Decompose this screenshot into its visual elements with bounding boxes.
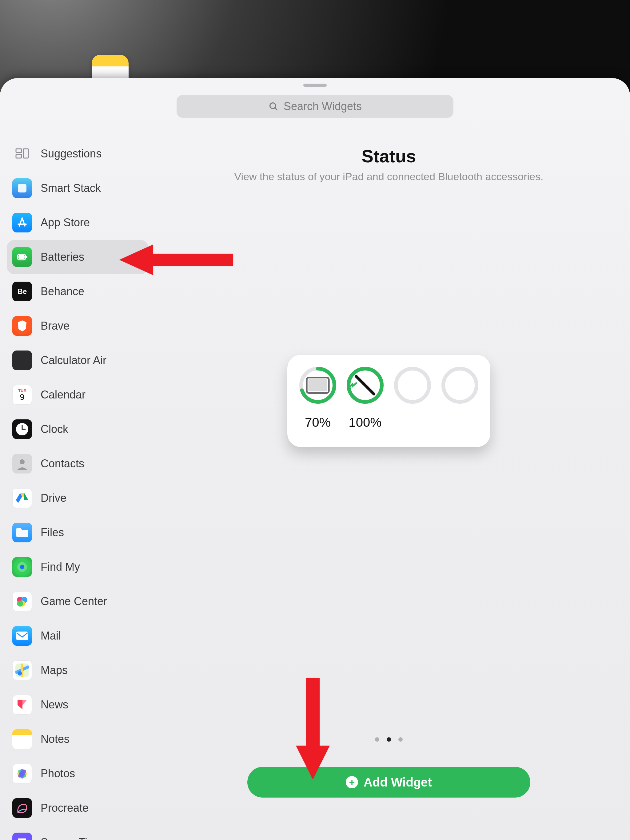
sidebar-item-label: Files xyxy=(41,526,64,539)
photos-icon xyxy=(12,764,32,783)
svg-marker-15 xyxy=(24,493,28,500)
sidebar-item-news[interactable]: News xyxy=(7,687,148,722)
svg-rect-4 xyxy=(24,149,28,158)
calendar-icon: TUE9 xyxy=(12,385,32,405)
battery-ring xyxy=(440,366,479,405)
sidebar-item-label: Contacts xyxy=(41,457,84,470)
battery-ring xyxy=(393,366,432,405)
sidebar-item-label: Find My xyxy=(41,561,80,573)
pager-dot[interactable] xyxy=(398,737,403,742)
svg-rect-8 xyxy=(26,256,27,258)
sidebar-item-maps[interactable]: Maps xyxy=(7,653,148,687)
sheet-grabber[interactable] xyxy=(303,84,327,87)
sidebar-item-screentime[interactable]: Screen Time xyxy=(7,825,148,840)
clock-icon xyxy=(12,419,32,439)
sidebar-item-label: Drive xyxy=(41,492,66,505)
plus-icon: + xyxy=(346,776,358,788)
sidebar-item-procreate[interactable]: Procreate xyxy=(7,791,148,825)
svg-rect-24 xyxy=(16,632,28,640)
battery-slot-pencil: 100% xyxy=(345,366,385,430)
pager-dot[interactable] xyxy=(375,737,379,742)
battery-percent-label: 70% xyxy=(305,415,331,430)
findmy-icon xyxy=(12,557,32,577)
add-widget-label: Add Widget xyxy=(364,775,432,789)
sidebar-item-label: Screen Time xyxy=(41,836,103,840)
battery-slot-ipad: 70% xyxy=(298,366,338,430)
svg-point-26 xyxy=(17,671,22,676)
svg-marker-42 xyxy=(119,245,233,275)
widget-title: Status xyxy=(160,146,618,166)
sidebar-item-label: Mail xyxy=(41,629,61,642)
calcair-icon xyxy=(12,351,32,370)
gamecenter-icon xyxy=(12,592,32,611)
suggestions-icon xyxy=(12,144,32,164)
sidebar-item-label: App Store xyxy=(41,216,90,229)
battery-ring xyxy=(346,366,385,405)
widget-detail-panel: Status View the status of your iPad and … xyxy=(160,133,618,828)
sidebar-item-label: Maps xyxy=(41,664,68,677)
search-placeholder: Search Widgets xyxy=(283,100,362,113)
sidebar-item-label: Smart Stack xyxy=(41,182,101,195)
sidebar-item-label: Calculator Air xyxy=(41,354,106,367)
sidebar-item-drive[interactable]: Drive xyxy=(7,481,148,515)
pager-dot[interactable] xyxy=(387,737,391,742)
sidebar-item-calendar[interactable]: TUE9Calendar xyxy=(7,377,148,412)
drive-icon xyxy=(12,488,32,508)
battery-slot-empty xyxy=(393,366,432,405)
files-icon xyxy=(12,523,32,542)
search-widgets-field[interactable]: Search Widgets xyxy=(177,95,453,118)
svg-line-1 xyxy=(275,108,277,110)
battery-percent-label: 100% xyxy=(348,415,381,430)
screentime-icon xyxy=(12,833,32,840)
svg-line-39 xyxy=(356,376,374,394)
sidebar-item-contacts[interactable]: Contacts xyxy=(7,447,148,481)
sidebar-item-label: News xyxy=(41,698,68,711)
sidebar-item-label: Procreate xyxy=(41,802,89,815)
notes-icon xyxy=(12,729,32,749)
sidebar-item-calcair[interactable]: Calculator Air xyxy=(7,343,148,377)
sidebar-item-label: Clock xyxy=(41,423,68,436)
sidebar-item-label: Brave xyxy=(41,319,70,332)
svg-rect-36 xyxy=(308,379,327,392)
sidebar-item-appstore[interactable]: App Store xyxy=(7,205,148,240)
maps-icon xyxy=(12,660,32,680)
search-icon xyxy=(268,101,279,112)
contacts-icon xyxy=(12,454,32,474)
sidebar-item-gamecenter[interactable]: Game Center xyxy=(7,584,148,619)
sidebar-item-brave[interactable]: Brave xyxy=(7,309,148,343)
sidebar-item-label: Notes xyxy=(41,733,70,745)
sidebar-item-findmy[interactable]: Find My xyxy=(7,550,148,584)
sidebar-item-photos[interactable]: Photos xyxy=(7,756,148,791)
sidebar-item-behance[interactable]: BēBehance xyxy=(7,274,148,309)
sidebar-item-label: Calendar xyxy=(41,388,85,401)
sidebar-item-mail[interactable]: Mail xyxy=(7,619,148,653)
batteries-widget-preview[interactable]: 70%100% xyxy=(287,355,490,447)
widget-subtitle: View the status of your iPad and connect… xyxy=(160,171,618,183)
sidebar-item-clock[interactable]: Clock xyxy=(7,412,148,447)
sidebar-item-smartstack[interactable]: Smart Stack xyxy=(7,171,148,205)
svg-rect-7 xyxy=(19,255,25,259)
sidebar-item-label: Suggestions xyxy=(41,147,101,160)
sidebar-item-suggestions[interactable]: Suggestions xyxy=(7,136,148,171)
svg-rect-3 xyxy=(16,154,22,158)
sidebar-item-label: Behance xyxy=(41,285,84,298)
svg-marker-43 xyxy=(296,678,330,779)
widget-size-pager[interactable] xyxy=(375,737,403,742)
add-widget-button[interactable]: + Add Widget xyxy=(247,767,530,797)
sidebar-item-label: Game Center xyxy=(41,595,107,608)
procreate-icon xyxy=(12,798,32,818)
mail-icon xyxy=(12,626,32,646)
widget-source-sidebar: SuggestionsSmart StackApp StoreBatteries… xyxy=(7,136,148,840)
svg-point-19 xyxy=(20,565,24,569)
svg-rect-2 xyxy=(16,149,22,153)
svg-point-12 xyxy=(20,459,25,464)
annotation-arrow-sidebar xyxy=(119,243,236,278)
sidebar-item-label: Photos xyxy=(41,767,75,780)
battery-slot-empty xyxy=(440,366,480,405)
svg-rect-5 xyxy=(18,184,27,193)
sidebar-item-files[interactable]: Files xyxy=(7,515,148,550)
batteries-icon xyxy=(12,247,32,267)
brave-icon xyxy=(12,316,32,336)
sidebar-item-notes[interactable]: Notes xyxy=(7,722,148,756)
battery-ring xyxy=(298,366,337,405)
